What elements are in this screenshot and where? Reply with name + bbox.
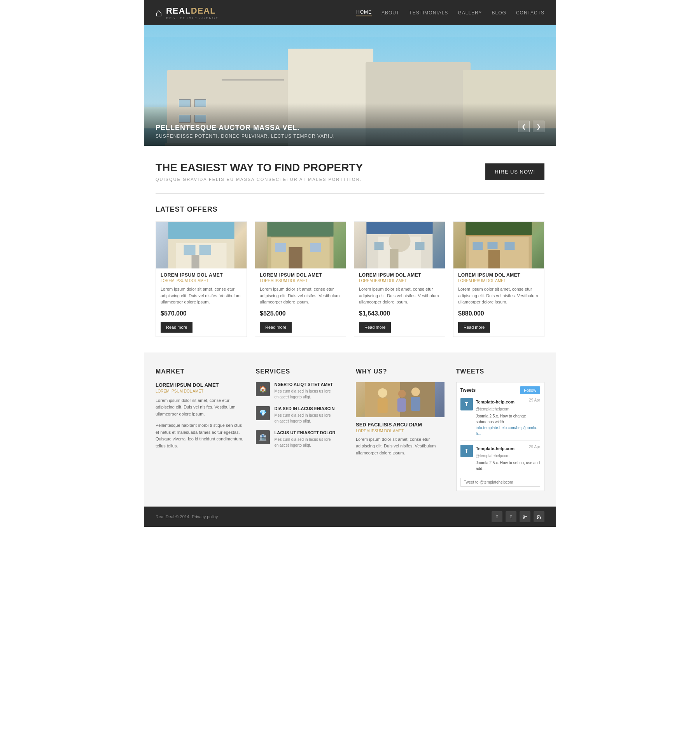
- offer-desc-3: Lorem ipsum dolor sit amet, conse etur a…: [359, 286, 440, 305]
- offer-card-2: LOREM IPSUM DOL AMET LOREM IPSUM DOL AME…: [255, 221, 346, 337]
- offer-body-2: LOREM IPSUM DOL AMET LOREM IPSUM DOL AME…: [255, 268, 346, 337]
- logo[interactable]: ⌂ REALDEAL REAL ESTATE AGENCY: [156, 6, 219, 20]
- tweet-avatar-1: T: [460, 398, 473, 410]
- offer-title-3: LOREM IPSUM DOL AMET: [359, 272, 440, 278]
- offer-title-1: LOREM IPSUM DOL AMET: [161, 272, 242, 278]
- offer-title-4: LOREM IPSUM DOL AMET: [458, 272, 539, 278]
- nav-contacts[interactable]: CONTACTS: [516, 10, 544, 16]
- rss-icon[interactable]: [534, 511, 544, 522]
- offer-read-more-2[interactable]: Read more: [260, 322, 292, 333]
- svg-rect-7: [168, 222, 234, 239]
- offer-body-1: LOREM IPSUM DOL AMET LOREM IPSUM DOL AME…: [156, 268, 247, 337]
- svg-point-41: [537, 517, 538, 519]
- offer-desc-1: Lorem ipsum dolor sit amet, conse etur a…: [161, 286, 242, 305]
- offer-read-more-3[interactable]: Read more: [359, 322, 391, 333]
- svg-rect-15: [268, 222, 334, 237]
- intro-text: THE EASIEST WAY TO FIND PROPERTY QUISQUE…: [156, 161, 363, 182]
- service-title-3: LACUS UT ENIASCET DOLOR: [275, 430, 345, 435]
- tweet-date-1: 29 Apr: [529, 398, 540, 412]
- hero-next-button[interactable]: ❯: [533, 121, 544, 132]
- offer-card-3: LOREM IPSUM DOL AMET LOREM IPSUM DOL AME…: [354, 221, 445, 337]
- hero-text: PELLENTESQUE AUCTOR MASSA VEL. SUSPENDIS…: [156, 124, 335, 139]
- whyus-item-title: SED FACILISIS ARCU DIAM: [356, 422, 444, 428]
- service-text-1: NGERTO ALIQT SITET AMET Mes cum dia sed …: [275, 382, 345, 400]
- whyus-desc: Lorem ipsum dolor sit amet, conse etur a…: [356, 436, 444, 457]
- service-item-3: 🏦 LACUS UT ENIASCET DOLOR Mes cum dia se…: [256, 430, 345, 448]
- main-nav: HOME ABOUT TESTIMONIALS GALLERY BLOG CON…: [356, 9, 544, 16]
- tweet-input[interactable]: [460, 478, 541, 487]
- offer-body-3: LOREM IPSUM DOL AMET LOREM IPSUM DOL AME…: [354, 268, 445, 337]
- latest-offers-title: LATEST OFFERS: [144, 205, 556, 221]
- svg-point-35: [378, 388, 387, 398]
- hire-us-button[interactable]: HIRE US NOW!: [485, 163, 544, 180]
- tweet-content-2: Template-help.com @templatehelpcom 29 Ap…: [476, 445, 541, 472]
- footer-copyright: Real Deal © 2014 Privacy policy: [156, 514, 218, 519]
- tweets-column: TWEETS Tweets Follow T Template-help.com…: [456, 368, 545, 491]
- tweet-name-1: Template-help.com: [476, 400, 514, 404]
- nav-gallery[interactable]: GALLERY: [458, 10, 482, 16]
- svg-rect-31: [505, 242, 515, 250]
- hero-title: PELLENTESQUE AUCTOR MASSA VEL.: [156, 124, 335, 132]
- facebook-icon[interactable]: f: [492, 511, 502, 522]
- service-item-2: 💎 DIA SED IN LACUS ENIASCIN Mes cum dia …: [256, 406, 345, 424]
- service-icon-2: 💎: [256, 406, 270, 420]
- tweets-widget: Tweets Follow T Template-help.com @templ…: [456, 382, 545, 491]
- svg-rect-12: [289, 247, 303, 268]
- offer-read-more-1[interactable]: Read more: [161, 322, 192, 333]
- service-text-2: DIA SED IN LACUS ENIASCIN Mes cum dia se…: [275, 406, 345, 424]
- svg-rect-21: [374, 242, 384, 250]
- nav-about[interactable]: ABOUT: [382, 10, 399, 16]
- market-title: MARKET: [156, 368, 244, 375]
- offer-card-4: LOREM IPSUM DOL AMET LOREM IPSUM DOL AME…: [453, 221, 544, 337]
- tweet-avatar-2: T: [460, 445, 473, 457]
- nav-testimonials[interactable]: TESTIMONIALS: [409, 10, 448, 16]
- intro-section: THE EASIEST WAY TO FIND PROPERTY QUISQUE…: [144, 146, 556, 193]
- offer-price-3: $1,643.000: [359, 310, 440, 317]
- svg-rect-4: [200, 245, 211, 255]
- bottom-section: MARKET LOREM IPSUM DOL AMET LOREM IPSUM …: [144, 352, 556, 507]
- hero-section: PELLENTESQUE AUCTOR MASSA VEL. SUSPENDIS…: [144, 25, 556, 146]
- service-icon-3: 🏦: [256, 430, 270, 444]
- footer: Real Deal © 2014 Privacy policy f t g+: [144, 507, 556, 527]
- svg-point-39: [398, 390, 406, 398]
- svg-rect-40: [397, 398, 406, 412]
- tweets-header: Tweets Follow: [460, 386, 541, 394]
- service-text-3: LACUS UT ENIASCET DOLOR Mes cum dia sed …: [275, 430, 345, 448]
- offer-read-more-4[interactable]: Read more: [458, 322, 490, 333]
- offer-image-1: 66: [156, 222, 247, 268]
- nav-home[interactable]: HOME: [356, 9, 372, 16]
- offer-subtitle-3: LOREM IPSUM DOL AMET: [359, 279, 440, 283]
- nav-blog[interactable]: BLOG: [492, 10, 506, 16]
- twitter-icon[interactable]: t: [506, 511, 516, 522]
- privacy-policy-link[interactable]: Privacy policy: [192, 514, 218, 519]
- tweet-item-1: T Template-help.com @templatehelpcom 29 …: [460, 398, 541, 441]
- market-column: MARKET LOREM IPSUM DOL AMET LOREM IPSUM …: [156, 368, 244, 491]
- logo-icon: ⌂: [156, 7, 162, 19]
- svg-rect-28: [488, 250, 500, 268]
- service-icon-1: 🏠: [256, 382, 270, 396]
- hero-prev-button[interactable]: ❮: [518, 121, 530, 132]
- svg-rect-14: [310, 243, 321, 252]
- follow-button[interactable]: Follow: [520, 386, 540, 394]
- market-item-title: LOREM IPSUM DOL AMET: [156, 382, 244, 388]
- offer-price-4: $880.000: [458, 310, 539, 317]
- tweet-link-1[interactable]: info.template-help.com/help/joomla-fr...: [476, 426, 537, 436]
- tweet-text-2: Joomla 2.5.x. How to set up, use and add…: [476, 460, 541, 472]
- offer-price-1: $570.000: [161, 310, 242, 317]
- service-title-1: NGERTO ALIQT SITET AMET: [275, 382, 345, 387]
- offer-price-2: $525.000: [260, 310, 341, 317]
- footer-social: f t g+: [492, 511, 544, 522]
- google-plus-icon[interactable]: g+: [520, 511, 530, 522]
- offer-image-3: [354, 222, 445, 268]
- logo-text: REALDEAL REAL ESTATE AGENCY: [166, 6, 219, 20]
- tweet-content-1: Template-help.com @templatehelpcom 29 Ap…: [476, 398, 541, 437]
- svg-rect-13: [275, 243, 286, 252]
- svg-rect-29: [473, 242, 483, 250]
- offers-grid: 66 LOREM IPSUM DOL AMET LOREM IPSUM DOL …: [144, 221, 556, 352]
- hero-navigation: ❮ ❯: [518, 121, 544, 132]
- offer-image-4: [453, 222, 544, 268]
- offer-title-2: LOREM IPSUM DOL AMET: [260, 272, 341, 278]
- tweet-item-2: T Template-help.com @templatehelpcom 29 …: [460, 445, 541, 475]
- tweet-handle-2: @templatehelpcom: [476, 454, 509, 458]
- hero-overlay: PELLENTESQUE AUCTOR MASSA VEL. SUSPENDIS…: [144, 103, 556, 146]
